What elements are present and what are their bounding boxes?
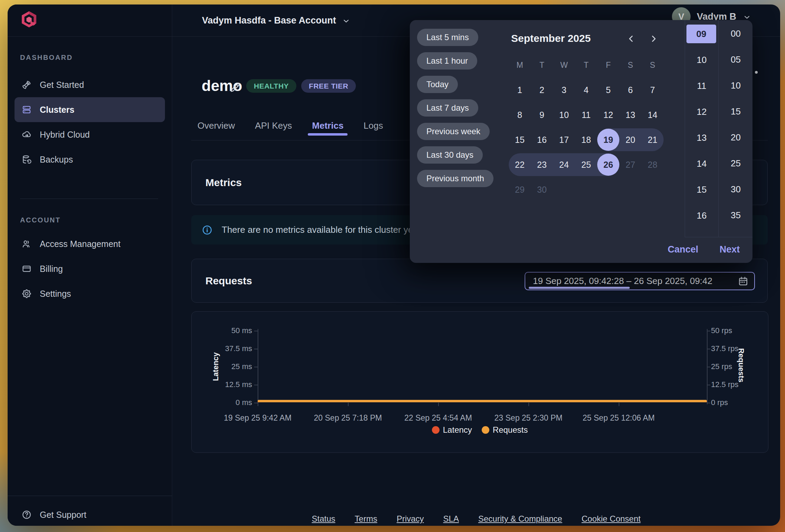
account-switcher-label: Vadym Hasdfa - Base Account [202,15,336,26]
calendar-day-7[interactable]: 7 [641,79,664,101]
sidebar-item-backups[interactable]: Backups [15,147,165,172]
quick-range-previous-month[interactable]: Previous month [417,170,493,187]
badges: HEALTHY FREE TIER [246,79,356,93]
calendar-prev-month-button[interactable] [624,32,638,46]
tab-logs[interactable]: Logs [363,120,383,131]
footer-link-security-compliance[interactable]: Security & Compliance [478,514,562,524]
calendar-day-16[interactable]: 16 [531,129,553,151]
footer-link-privacy[interactable]: Privacy [397,514,424,524]
footer-link-terms[interactable]: Terms [355,514,377,524]
requests-chart: 50 ms37.5 ms25 ms12.5 ms0 ms50 rps37.5 r… [191,311,768,453]
x-axis-label: 20 Sep 25 7:18 PM [303,413,393,423]
footer-link-cookie-consent[interactable]: Cookie Consent [582,514,641,524]
quick-range-previous-week[interactable]: Previous week [417,123,490,140]
sidebar-item-get-started[interactable]: Get Started [15,72,165,97]
calendar-day-25[interactable]: 25 [575,154,597,176]
x-axis-label: 25 Sep 25 12:06 AM [574,413,664,423]
sidebar-item-get-support[interactable]: Get Support [15,502,165,526]
minute-option-15[interactable]: 15 [719,102,752,121]
footer-link-sla[interactable]: SLA [443,514,459,524]
help-icon [21,510,32,520]
hour-option-16[interactable]: 16 [685,206,718,225]
y-left-tick-label: 12.5 ms [192,380,252,389]
quick-range-today[interactable]: Today [417,76,458,93]
weekday-label: T [531,61,553,70]
hour-option-12[interactable]: 12 [685,102,718,121]
calendar-day-2[interactable]: 2 [531,79,553,101]
calendar-day-23[interactable]: 23 [531,154,553,176]
calendar-day-29[interactable]: 29 [509,178,531,201]
sidebar-item-billing[interactable]: Billing [15,256,165,281]
calendar-day-10[interactable]: 10 [553,104,575,126]
calendar-day-13[interactable]: 13 [619,104,641,126]
hour-option-11[interactable]: 11 [685,76,718,95]
calendar-day-4[interactable]: 4 [575,79,597,101]
minute-option-20[interactable]: 20 [719,128,752,147]
minute-option-40[interactable]: 40 [719,232,752,237]
calendar-day-6[interactable]: 6 [619,79,641,101]
minute-option-05[interactable]: 05 [719,50,752,69]
quick-range-last-7-days[interactable]: Last 7 days [417,99,478,117]
calendar-day-9[interactable]: 9 [531,104,553,126]
tab-api-keys[interactable]: API Keys [255,120,292,131]
cancel-button[interactable]: Cancel [666,244,700,255]
date-range-input[interactable]: 19 Sep 2025, 09:42:28 – 26 Sep 2025, 09:… [525,272,755,290]
y-left-tick [254,331,258,331]
hour-option-14[interactable]: 14 [685,154,718,173]
minute-option-00[interactable]: 00 [719,24,752,43]
calendar-icon [738,276,749,287]
sidebar-item-list: Access ManagementBillingSettings [15,231,165,306]
sidebar-item-settings[interactable]: Settings [15,281,165,306]
hours-column: 091011121314151617 [685,20,718,237]
calendar-day-27[interactable]: 27 [619,154,641,176]
sidebar-item-clusters[interactable]: Clusters [15,97,165,122]
minute-option-10[interactable]: 10 [719,76,752,95]
calendar-day-11[interactable]: 11 [575,104,597,126]
calendar-day-1[interactable]: 1 [509,79,531,101]
calendar-day-8[interactable]: 8 [509,104,531,126]
calendar-day-3[interactable]: 3 [553,79,575,101]
edit-cluster-name-button[interactable] [229,81,241,94]
hour-option-15[interactable]: 15 [685,180,718,199]
calendar-day-19[interactable]: 19 [597,129,619,151]
hour-option-10[interactable]: 10 [685,51,718,69]
calendar-day-15[interactable]: 15 [509,129,531,151]
hour-option-17[interactable]: 17 [685,232,718,237]
quick-range-last-30-days[interactable]: Last 30 days [417,146,483,164]
quick-range-last-5-mins[interactable]: Last 5 mins [417,29,478,46]
calendar-day-30[interactable]: 30 [531,178,553,201]
quick-range-last-1-hour[interactable]: Last 1 hour [417,52,477,70]
calendar-day-17[interactable]: 17 [553,129,575,151]
sidebar-logo-area [8,4,172,37]
footer-link-status[interactable]: Status [312,514,335,524]
sidebar-item-label: Settings [40,289,71,299]
calendar-day-28[interactable]: 28 [641,154,664,176]
calendar-next-month-button[interactable] [647,32,661,46]
calendar-day-14[interactable]: 14 [641,104,664,126]
calendar-day-21[interactable]: 21 [641,129,664,151]
weekday-label: W [553,61,575,70]
calendar-day-18[interactable]: 18 [575,129,597,151]
alert-text: There are no metrics available for this … [222,224,416,235]
requests-card-title: Requests [205,275,252,287]
calendar-day-20[interactable]: 20 [619,129,641,151]
calendar-day-22[interactable]: 22 [509,154,531,176]
sidebar-item-access-management[interactable]: Access Management [15,231,165,256]
minute-option-35[interactable]: 35 [719,206,752,224]
minute-option-25[interactable]: 25 [719,154,752,173]
calendar-day-5[interactable]: 5 [597,79,619,101]
next-button[interactable]: Next [714,244,745,255]
sidebar-item-hybrid-cloud[interactable]: Hybrid Cloud [15,122,165,147]
hour-option-13[interactable]: 13 [685,128,718,147]
hour-option-09[interactable]: 09 [686,25,716,43]
calendar-day-12[interactable]: 12 [597,104,619,126]
minute-option-30[interactable]: 30 [719,180,752,199]
calendar-day-24[interactable]: 24 [553,154,575,176]
y-left-tick [254,403,258,403]
footer: StatusTermsPrivacySLASecurity & Complian… [172,514,780,524]
tab-metrics[interactable]: Metrics [312,120,343,131]
tab-overview[interactable]: Overview [197,120,235,131]
account-switcher[interactable]: Vadym Hasdfa - Base Account [202,4,351,36]
support-item-wrap: Get Support [15,502,165,526]
calendar-day-26[interactable]: 26 [597,154,619,176]
